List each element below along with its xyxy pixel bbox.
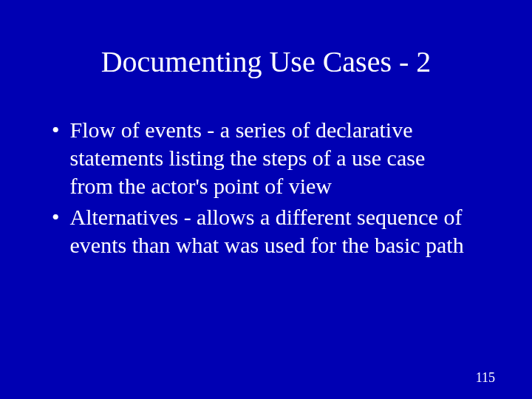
bullet-marker-icon: • (52, 203, 60, 231)
bullet-text: Alternatives - allows a different sequen… (70, 203, 466, 259)
bullet-text: Flow of events - a series of declarative… (70, 116, 466, 200)
bullet-item: • Alternatives - allows a different sequ… (52, 203, 466, 259)
slide-content: • Flow of events - a series of declarati… (37, 116, 495, 259)
slide-container: Documenting Use Cases - 2 • Flow of even… (0, 0, 532, 399)
page-number: 115 (476, 370, 495, 386)
bullet-item: • Flow of events - a series of declarati… (52, 116, 466, 200)
slide-title: Documenting Use Cases - 2 (59, 44, 473, 79)
bullet-marker-icon: • (52, 116, 60, 144)
